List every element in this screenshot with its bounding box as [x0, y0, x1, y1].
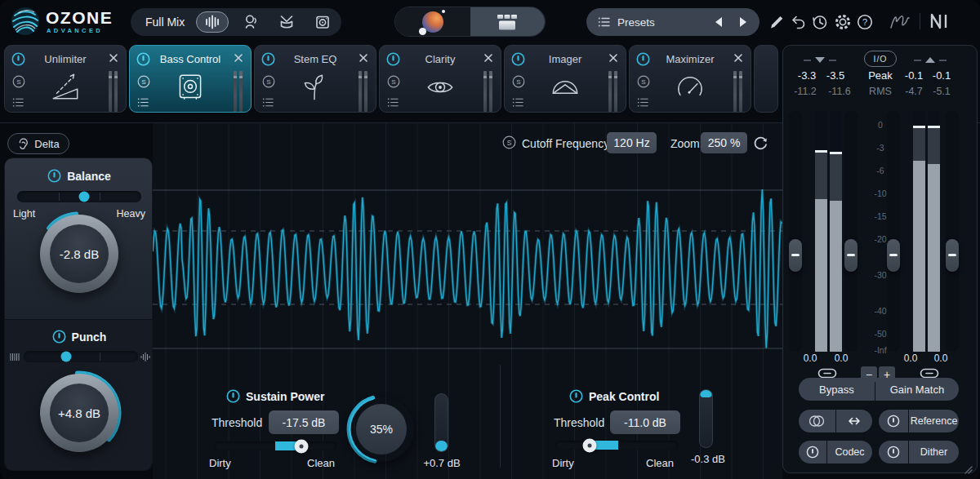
tab-label: Unlimiter: [21, 53, 109, 65]
codec-row: Codec: [799, 441, 872, 463]
sustain-amount-knob[interactable]: 35%: [345, 393, 418, 466]
balance-section: Balance Light Heavy -2.8 dB: [5, 158, 153, 319]
resize-handle-icon[interactable]: [962, 463, 973, 475]
balance-slider-thumb[interactable]: [79, 192, 90, 202]
input-fader-value-left: 0.0: [796, 353, 824, 364]
input-meter-right: [830, 111, 842, 352]
output-fader-left[interactable]: [887, 111, 900, 352]
bypass-button[interactable]: Bypass: [799, 378, 875, 401]
peak-mix-slider[interactable]: [555, 441, 678, 450]
source-amp-button[interactable]: [309, 11, 336, 33]
close-icon[interactable]: [234, 53, 243, 63]
tab-imager[interactable]: Imager S: [504, 45, 626, 113]
tab-maximizer[interactable]: Maximizer S: [629, 45, 751, 113]
close-icon[interactable]: [483, 53, 493, 63]
close-icon[interactable]: [109, 53, 118, 63]
output-gain-collapse[interactable]: [914, 57, 947, 63]
detailed-view-button[interactable]: [470, 7, 546, 36]
undo-icon[interactable]: [789, 13, 807, 31]
peak-gain-value: -0.3 dB: [684, 453, 733, 465]
peak-threshold-field[interactable]: -11.0 dB: [610, 410, 680, 434]
sustain-power-icon[interactable]: [226, 389, 240, 403]
cutoff-solo-icon[interactable]: S: [502, 135, 516, 149]
punch-max-icon: [140, 352, 150, 362]
balance-power-icon[interactable]: [47, 169, 61, 183]
peak-power-icon[interactable]: [569, 389, 583, 403]
sustain-clean-label: Clean: [307, 457, 335, 469]
input-rms-left: -11.2: [788, 86, 822, 97]
preset-next-icon[interactable]: [738, 16, 748, 28]
settings-gear-icon[interactable]: [834, 13, 852, 31]
edit-pencil-icon[interactable]: [768, 13, 786, 31]
fader-handle[interactable]: [887, 239, 900, 272]
input-gain-collapse[interactable]: [804, 57, 836, 63]
mid-side-button[interactable]: [799, 410, 835, 432]
peak-row-label: Peak: [866, 69, 895, 82]
tab-unlimiter[interactable]: Unlimiter S: [4, 45, 127, 113]
source-fullmix-button[interactable]: [196, 11, 229, 33]
balance-slider[interactable]: [17, 191, 141, 202]
punch-power-icon[interactable]: [52, 330, 66, 344]
input-rms-right: -11.6: [822, 86, 857, 97]
assistant-view-button[interactable]: [395, 7, 470, 36]
punch-value: +4.8 dB: [58, 406, 100, 420]
zoom-reset-icon[interactable]: [751, 133, 771, 153]
output-fader-right[interactable]: [946, 111, 959, 352]
sustain-slider-thumb[interactable]: [294, 439, 308, 453]
codec-power-button[interactable]: [799, 441, 826, 463]
source-drums-button[interactable]: [273, 11, 301, 33]
fader-handle[interactable]: [946, 239, 959, 272]
eye-icon: [423, 70, 457, 104]
close-icon[interactable]: [608, 53, 618, 63]
svg-text:?: ?: [862, 17, 867, 27]
input-fader-right[interactable]: [844, 111, 858, 352]
tab-clarity[interactable]: Clarity S: [379, 45, 501, 113]
help-icon[interactable]: ?: [856, 13, 874, 31]
tab-bass-control[interactable]: Bass Control S: [129, 45, 252, 113]
sustain-mix-slider[interactable]: [214, 441, 336, 450]
reference-power-button[interactable]: [879, 410, 908, 432]
peak-threshold-label: Threshold: [554, 416, 604, 429]
sustain-gain-value: +0.7 dB: [417, 457, 466, 469]
presets-selector[interactable]: Presets: [586, 8, 760, 36]
tab-label: Bass Control: [146, 53, 234, 65]
fader-handle[interactable]: [844, 239, 858, 272]
tab-stem-eq[interactable]: Stem EQ S: [254, 45, 376, 113]
ear-icon: [17, 137, 29, 151]
punch-knob[interactable]: +4.8 dB: [34, 368, 124, 458]
punch-slider[interactable]: [24, 351, 138, 362]
dither-power-button[interactable]: [879, 441, 908, 463]
close-icon[interactable]: [359, 53, 368, 63]
sustain-threshold-field[interactable]: -17.5 dB: [269, 410, 339, 434]
svg-text:S: S: [507, 139, 512, 147]
history-icon[interactable]: [811, 13, 829, 31]
input-fader-left[interactable]: [789, 111, 802, 352]
preset-prev-icon[interactable]: [714, 16, 724, 28]
input-meter-left: [815, 111, 827, 352]
close-icon[interactable]: [733, 53, 743, 63]
zoom-value-field[interactable]: 250 %: [701, 132, 747, 153]
gain-match-button[interactable]: Gain Match: [875, 378, 959, 401]
balance-knob[interactable]: -2.8 dB: [34, 209, 124, 299]
output-peak-left: -0.1: [899, 69, 929, 82]
reference-button[interactable]: Reference: [909, 410, 959, 432]
punch-min-icon: [10, 352, 21, 362]
dither-button[interactable]: Dither: [909, 441, 959, 463]
delta-button[interactable]: Delta: [7, 133, 69, 154]
peak-dirty-label: Dirty: [552, 457, 574, 469]
peak-gain-meter: [699, 389, 713, 448]
codec-button[interactable]: Codec: [827, 441, 872, 463]
toolbar-divider: [920, 13, 920, 29]
view-mode-toggle[interactable]: [394, 7, 546, 37]
source-vocal-button[interactable]: [237, 11, 265, 33]
overlap-circles-icon: [808, 415, 826, 428]
fader-handle[interactable]: [789, 239, 802, 272]
punch-slider-thumb[interactable]: [60, 352, 71, 362]
cutoff-value-field[interactable]: 120 Hz: [607, 132, 657, 153]
dither-row: Dither: [879, 441, 959, 463]
peak-slider-thumb[interactable]: [583, 438, 597, 452]
peak-clean-label: Clean: [646, 457, 674, 469]
io-badge[interactable]: I/O: [864, 51, 897, 67]
audiolens-signature-icon[interactable]: [888, 11, 912, 33]
stereo-width-button[interactable]: [836, 410, 873, 432]
